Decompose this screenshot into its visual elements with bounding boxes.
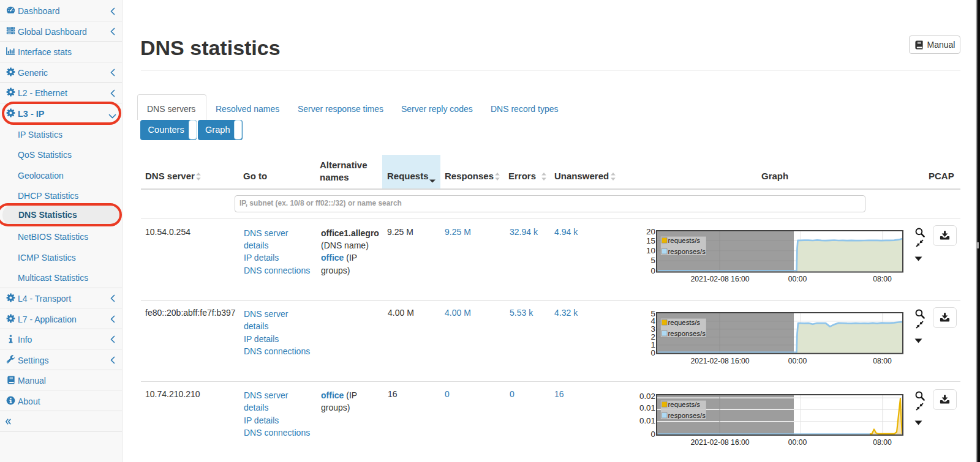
svg-text:requests/s: requests/s: [668, 318, 701, 326]
svg-text:0.01: 0.01: [639, 415, 655, 425]
svg-text:responses/s: responses/s: [668, 411, 706, 419]
svg-text:responses/s: responses/s: [668, 329, 706, 337]
svg-text:5: 5: [651, 256, 655, 265]
svg-text:00:00: 00:00: [788, 275, 807, 283]
svg-text:0.01: 0.01: [639, 403, 655, 412]
svg-text:0: 0: [651, 429, 655, 438]
svg-text:00:00: 00:00: [788, 356, 807, 365]
svg-text:requests/s: requests/s: [668, 237, 701, 244]
svg-text:2021-02-08 16:00: 2021-02-08 16:00: [690, 438, 749, 446]
svg-text:15: 15: [646, 236, 655, 245]
svg-text:requests/s: requests/s: [668, 400, 701, 408]
svg-text:08:00: 08:00: [873, 356, 892, 365]
svg-text:20: 20: [646, 227, 655, 236]
svg-text:responses/s: responses/s: [668, 248, 706, 255]
svg-text:0: 0: [651, 266, 655, 275]
svg-text:0: 0: [651, 348, 655, 357]
svg-text:0.02: 0.02: [639, 391, 655, 400]
svg-text:00:00: 00:00: [788, 438, 807, 446]
svg-text:2021-02-08 16:00: 2021-02-08 16:00: [690, 356, 749, 365]
svg-text:08:00: 08:00: [873, 438, 892, 446]
svg-text:2021-02-08 16:00: 2021-02-08 16:00: [690, 275, 749, 283]
svg-text:10: 10: [646, 246, 655, 255]
svg-text:08:00: 08:00: [873, 275, 892, 283]
